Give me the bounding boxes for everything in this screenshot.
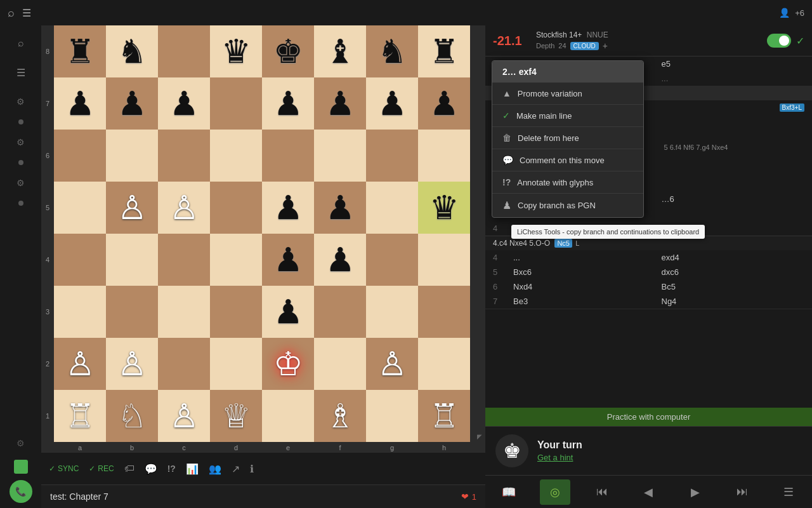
- context-menu-comment[interactable]: 💬 Comment on this move: [492, 149, 643, 171]
- square-g5[interactable]: [366, 182, 418, 234]
- square-c2[interactable]: [158, 338, 210, 390]
- square-f8[interactable]: ♝: [314, 25, 366, 77]
- chess-board[interactable]: ♜ ♞ ♛ ♚ ♝ ♞ ♜ ♟ ♟ ♟ ♟ ♟ ♟ ♟: [54, 25, 470, 442]
- square-a6[interactable]: [54, 130, 106, 182]
- square-g2[interactable]: ♙: [366, 338, 418, 390]
- move-exd4-a[interactable]: exd4: [662, 253, 805, 262]
- square-g8[interactable]: ♞: [366, 25, 418, 77]
- square-c1[interactable]: ♙: [158, 390, 210, 442]
- square-h3[interactable]: [418, 286, 470, 338]
- nav-book[interactable]: 📖: [494, 479, 524, 505]
- square-f4[interactable]: ♟: [314, 234, 366, 286]
- move-bxc6[interactable]: Bxc6: [513, 267, 657, 277]
- square-g4[interactable]: [366, 234, 418, 286]
- comment-icon[interactable]: 💬: [145, 463, 157, 475]
- square-c8[interactable]: [158, 25, 210, 77]
- square-e4[interactable]: ♟: [262, 234, 314, 286]
- square-e1[interactable]: [262, 390, 314, 442]
- sidebar-settings-4[interactable]: ⚙: [8, 431, 34, 456]
- square-a3[interactable]: [54, 286, 106, 338]
- square-d1[interactable]: ♕: [210, 390, 262, 442]
- sidebar-phone[interactable]: 📞: [10, 480, 32, 503]
- square-d8[interactable]: ♛: [210, 25, 262, 77]
- move-a4-w[interactable]: ...: [513, 253, 657, 262]
- plus-badge[interactable]: +: [603, 41, 608, 51]
- square-f5[interactable]: ♟: [314, 182, 366, 234]
- square-e2[interactable]: ♔: [262, 338, 314, 390]
- nav-start[interactable]: ⏮: [587, 479, 617, 505]
- square-d4[interactable]: [210, 234, 262, 286]
- square-a7[interactable]: ♟: [54, 77, 106, 130]
- square-b8[interactable]: ♞: [106, 25, 158, 77]
- people-icon[interactable]: 👥: [209, 463, 221, 475]
- square-c6[interactable]: [158, 130, 210, 182]
- square-b3[interactable]: [106, 286, 158, 338]
- search-icon[interactable]: ⌕: [8, 6, 15, 20]
- square-b6[interactable]: [106, 130, 158, 182]
- nav-menu[interactable]: ☰: [773, 479, 804, 505]
- context-menu-annotate[interactable]: !? Annotate with glyphs: [492, 171, 643, 194]
- sidebar-settings-2[interactable]: ⚙: [8, 130, 34, 155]
- context-menu-delete[interactable]: 🗑 Delete from here: [492, 127, 643, 149]
- context-menu-mainline[interactable]: ✓ Make main line: [492, 105, 643, 127]
- square-b1[interactable]: ♘: [106, 390, 158, 442]
- square-d3[interactable]: [210, 286, 262, 338]
- sidebar-settings-1[interactable]: ⚙: [8, 89, 34, 114]
- square-a5[interactable]: [54, 182, 106, 234]
- square-f2[interactable]: [314, 338, 366, 390]
- square-e8[interactable]: ♚: [262, 25, 314, 77]
- square-b7[interactable]: ♟: [106, 77, 158, 130]
- move-bc5[interactable]: Bc5: [662, 282, 805, 291]
- sidebar-search[interactable]: ⌕: [8, 30, 34, 56]
- engine-toggle[interactable]: [767, 34, 791, 48]
- square-c5[interactable]: ♙: [158, 182, 210, 234]
- square-d2[interactable]: [210, 338, 262, 390]
- rec-button[interactable]: ✓ REC: [89, 464, 114, 473]
- sidebar-settings-3[interactable]: ⚙: [8, 170, 34, 196]
- square-f3[interactable]: [314, 286, 366, 338]
- context-menu-copy-pgn[interactable]: ♟ Copy branch as PGN LiChess Tools - cop…: [492, 194, 643, 217]
- square-d5[interactable]: [210, 182, 262, 234]
- square-h7[interactable]: ♟: [418, 77, 470, 130]
- square-h2[interactable]: [418, 338, 470, 390]
- square-c4[interactable]: [158, 234, 210, 286]
- move-ng4[interactable]: Ng4: [662, 297, 805, 306]
- share-icon[interactable]: ↗: [232, 463, 240, 475]
- nav-end[interactable]: ⏭: [727, 479, 757, 505]
- square-f7[interactable]: ♟: [314, 77, 366, 130]
- square-h8[interactable]: ♜: [418, 25, 470, 77]
- square-b5[interactable]: ♙: [106, 182, 158, 234]
- square-b4[interactable]: [106, 234, 158, 286]
- square-a1[interactable]: ♖: [54, 390, 106, 442]
- practice-bar[interactable]: Practice with computer: [485, 408, 812, 426]
- move-6[interactable]: …6: [662, 194, 805, 204]
- square-g7[interactable]: ♟: [366, 77, 418, 130]
- tag-icon[interactable]: 🏷: [124, 463, 134, 474]
- square-h5[interactable]: ♛: [418, 182, 470, 234]
- square-d6[interactable]: [210, 130, 262, 182]
- square-e5[interactable]: ♟: [262, 182, 314, 234]
- annotate-icon[interactable]: !?: [167, 464, 176, 474]
- chart-icon[interactable]: 📊: [186, 463, 199, 475]
- sync-button[interactable]: ✓ SYNC: [49, 464, 79, 473]
- square-f1[interactable]: ♗: [314, 390, 366, 442]
- square-f6[interactable]: [314, 130, 366, 182]
- square-a2[interactable]: ♙: [54, 338, 106, 390]
- square-h1[interactable]: ♖: [418, 390, 470, 442]
- nav-next[interactable]: ▶: [680, 479, 710, 505]
- move-e5[interactable]: e5: [662, 59, 805, 69]
- move-nxd4[interactable]: Nxd4: [513, 282, 657, 291]
- cloud-badge[interactable]: CLOUD: [570, 42, 599, 50]
- square-e3[interactable]: ♟: [262, 286, 314, 338]
- menu-icon[interactable]: ☰: [22, 7, 31, 19]
- square-g1[interactable]: [366, 390, 418, 442]
- square-c7[interactable]: ♟: [158, 77, 210, 130]
- square-h4[interactable]: [418, 234, 470, 286]
- move-dxc6[interactable]: dxc6: [662, 267, 805, 277]
- square-h6[interactable]: [418, 130, 470, 182]
- info-icon[interactable]: ℹ: [250, 463, 254, 475]
- square-a4[interactable]: [54, 234, 106, 286]
- move-be3[interactable]: Be3: [513, 297, 657, 306]
- square-g6[interactable]: [366, 130, 418, 182]
- square-e6[interactable]: [262, 130, 314, 182]
